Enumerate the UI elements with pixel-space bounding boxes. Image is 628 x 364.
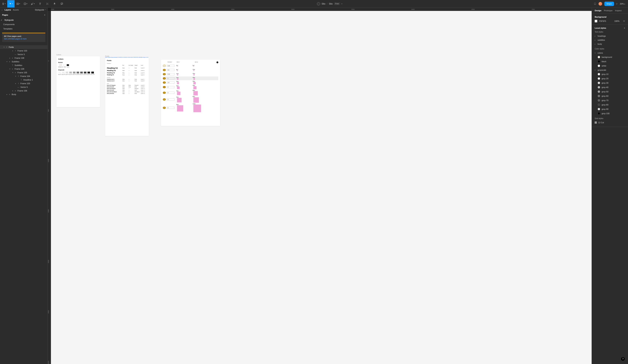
color-style-item[interactable]: gray-50 [595, 89, 625, 94]
layer-row[interactable]: ▾≡Frame 109 [0, 67, 48, 71]
file-name[interactable]: Sito [329, 2, 333, 5]
layer-row[interactable]: ▾#Fonts [0, 45, 48, 49]
bg-swatch[interactable] [595, 20, 597, 22]
color-swatch[interactable]: gray-10 [58, 72, 61, 75]
layer-row[interactable]: THeadline 1 [0, 78, 48, 82]
add-style-icon[interactable]: + [624, 27, 625, 29]
grid-style-item[interactable]: 12 Col [595, 121, 625, 125]
layer-row[interactable]: ▸≡Frame 106 [0, 89, 48, 92]
frame-scale[interactable]: + Multiplier@min@max 3XS0,25 4px 5px2XS0… [161, 60, 220, 126]
team-avatar-icon[interactable]: ◯ [317, 2, 320, 5]
add-page-icon[interactable]: + [44, 14, 45, 16]
color-style-item[interactable]: background [595, 55, 625, 59]
bg-opacity-value[interactable]: 100% [614, 20, 620, 22]
user-avatar[interactable] [599, 2, 602, 6]
color-style-item[interactable]: gray-20 [595, 76, 625, 81]
design-tab[interactable]: Design [595, 9, 601, 12]
scale-row[interactable]: 2XL4 64px 80px [163, 96, 218, 103]
file-menu-chevron-icon[interactable]: ▾ [341, 3, 342, 5]
text-style-group[interactable]: ▸subtitles [595, 38, 625, 42]
scale-row[interactable]: 3XL6 96px 120px [163, 103, 218, 112]
color-swatch[interactable]: background [58, 64, 63, 68]
color-swatch[interactable]: black [67, 64, 69, 68]
layer-row[interactable]: —Vector 5 [0, 85, 48, 89]
color-swatch[interactable]: gray-90 [87, 72, 90, 75]
layer-row[interactable]: ▸⦀Frame 103 [0, 49, 48, 53]
color-style-item[interactable]: white [595, 64, 625, 68]
design-tab[interactable]: Inspect [615, 9, 622, 12]
pen-tool[interactable]: ▾ [29, 0, 36, 7]
upgrade-link[interactable]: Get unlimited pages & more [4, 38, 27, 40]
canvas[interactable]: Colors Colors Neutral backgroundwhitebla… [51, 11, 592, 364]
layer-row[interactable]: ▾⦀Frame 104 [0, 74, 48, 78]
color-swatch[interactable]: gray-20 [62, 72, 65, 75]
text-tool[interactable] [36, 0, 44, 7]
color-style-group[interactable]: ▾colors [595, 51, 625, 55]
scale-row[interactable]: S1 16px 20px [163, 76, 218, 80]
page-item[interactable]: Components [0, 22, 48, 27]
color-swatch[interactable]: gray-30 [66, 72, 69, 75]
color-style-item[interactable]: gray-100 [595, 111, 625, 116]
text-style-group[interactable]: ▸headings [595, 34, 625, 38]
frame-colors[interactable]: Colors Colors Neutral backgroundwhitebla… [56, 56, 100, 107]
frame-tool[interactable]: ▾ [14, 0, 22, 7]
layer-row[interactable]: ▾≡Frame 105 [0, 71, 48, 74]
text-style-group[interactable]: ▸body [595, 42, 625, 46]
layers-tab[interactable]: Layers [4, 9, 11, 11]
color-swatch[interactable]: gray-50 [73, 72, 76, 75]
color-style-item[interactable]: gray-90 [595, 107, 625, 111]
move-tool[interactable]: ▾ [7, 0, 14, 7]
present-icon[interactable]: ▷ [616, 2, 618, 5]
comment-tool[interactable] [58, 0, 66, 7]
scale-row[interactable]: 2XS0,5 8px 10px [163, 68, 218, 72]
layer-row[interactable]: TSubtitles [0, 64, 48, 67]
assets-tab[interactable]: Assets [13, 9, 19, 11]
help-button[interactable]: ? [621, 357, 625, 361]
main-menu-button[interactable]: ▾ [0, 0, 7, 7]
color-swatch[interactable]: gray-80 [84, 72, 87, 75]
color-swatch[interactable]: white [64, 64, 66, 68]
hand-tool[interactable] [51, 0, 58, 7]
resources-tool[interactable] [44, 0, 51, 7]
visibility-icon[interactable]: 👁 [623, 20, 625, 22]
scale-add-icon[interactable]: + [217, 62, 218, 63]
left-panel: ⌕ Layers Assets Styleguide ⌃ Pages + Sty… [0, 8, 48, 364]
frame-fonts[interactable]: Fonts Fonts Headlines SizeLine HeightWei… [105, 58, 149, 136]
share-button[interactable]: Share [604, 2, 614, 6]
upgrade-text: All 3 free pages used. [4, 35, 43, 38]
color-style-item[interactable]: gray-40 [595, 85, 625, 89]
color-swatch[interactable]: gray-100 [91, 72, 95, 75]
color-swatch[interactable]: gray-40 [69, 72, 72, 75]
layer-row[interactable]: —Vector 5 [0, 53, 48, 56]
scale-row[interactable]: L2 32px 40px [163, 85, 218, 89]
scale-row[interactable]: M1,5 24px 30px [163, 81, 218, 84]
bg-color-value[interactable]: F5F5F5 [599, 20, 606, 22]
color-style-item[interactable]: gray-70 [595, 98, 625, 103]
color-style-item[interactable]: gray-80 [595, 103, 625, 107]
color-swatch[interactable]: gray-70 [80, 72, 83, 75]
layer-row[interactable]: ▾≡Subtitles [0, 60, 48, 64]
color-style-item[interactable]: gray-60 [595, 94, 625, 98]
layer-row[interactable]: ▸≡Body [0, 92, 48, 96]
color-style-item[interactable]: gray-30 [595, 81, 625, 85]
page-item[interactable]: Templates [0, 27, 48, 31]
design-tab[interactable]: Prototype [604, 9, 613, 12]
shape-tool[interactable]: ▾ [22, 0, 29, 7]
canvas-area[interactable]: 300035004000450050005500600065007000 050… [48, 8, 592, 364]
scale-row[interactable]: XS0,75 12px 15px [163, 72, 218, 76]
layer-row[interactable]: ▸≡Frame 108 [0, 56, 48, 60]
color-style-item[interactable]: black [595, 59, 625, 64]
scale-row[interactable]: 3XS0,25 4px 5px [163, 64, 218, 68]
zoom-level[interactable]: 20% ▾ [620, 3, 625, 5]
search-icon[interactable]: ⌕ [1, 9, 3, 11]
color-style-group[interactable]: ▾grayscale [595, 68, 625, 72]
plan-badge[interactable]: Free [334, 2, 340, 5]
page-selector[interactable]: Styleguide ⌃ [35, 9, 46, 11]
page-item[interactable]: Styleguide [0, 18, 48, 22]
project-name[interactable]: Sito [322, 2, 325, 5]
layer-row[interactable]: ▸⦀Frame 103 [0, 82, 48, 85]
color-swatch[interactable]: gray-60 [77, 72, 79, 75]
color-style-item[interactable]: gray-10 [595, 72, 625, 76]
audio-icon[interactable]: 🎧 [594, 2, 596, 5]
scale-row[interactable]: XL3 48px 60px [163, 90, 218, 95]
